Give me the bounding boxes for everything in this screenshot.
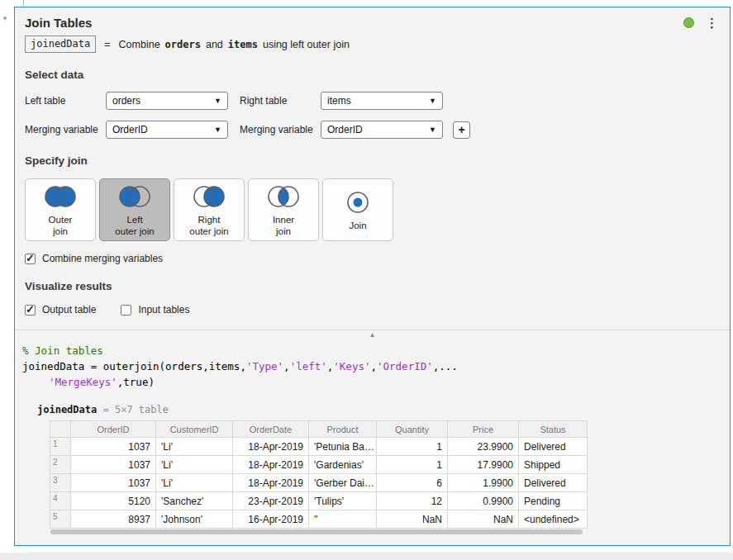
table-select-row: Left table orders ▼ Right table items ▼	[25, 92, 720, 110]
table-cell: <undefined>	[519, 510, 588, 529]
join-type-label: Right outer join	[189, 214, 228, 237]
left-merge-dropdown[interactable]: OrderID ▼	[106, 121, 228, 139]
table-cell: Pending	[519, 492, 588, 510]
editor-bottom-strip	[0, 553, 733, 560]
table-cell: 18-Apr-2019	[233, 438, 309, 456]
table-cell: 16-Apr-2019	[233, 510, 309, 529]
table-row: 11037'Li'18-Apr-2019'Petunia Ba…123.9900…	[50, 438, 588, 456]
join-type-right-outer-button[interactable]: Right outer join	[174, 178, 245, 241]
right-merge-label: Merging variable	[240, 124, 321, 135]
table-row: 58937'Johnson'16-Apr-2019''NaNNaN<undefi…	[50, 510, 588, 529]
join-type-join-button[interactable]: Join	[322, 178, 393, 241]
left-table-label: Left table	[25, 95, 106, 107]
visualize-options-row: Output table Input tables	[25, 304, 720, 316]
left-merge-value: OrderID	[112, 124, 148, 135]
table-cell: Delivered	[519, 474, 588, 492]
table-cell: 18-Apr-2019	[233, 456, 309, 474]
code-line: 'MergeKeys',true)	[22, 374, 730, 390]
table-row: 45120'Sanchez'23-Apr-2019'Tulips'120.990…	[50, 492, 588, 510]
output-table-header-row: OrderIDCustomerIDOrderDateProductQuantit…	[50, 421, 588, 438]
row-number-cell: 5	[50, 510, 71, 529]
task-summary-line: joinedData = Combine orders and items us…	[25, 36, 720, 53]
table-cell: 'Li'	[156, 456, 233, 474]
equals-sign: =	[104, 39, 110, 50]
generated-code-block: % Join tables joinedData = outerjoin(ord…	[22, 343, 730, 390]
output-table-label: Output table	[42, 304, 96, 316]
chevron-down-icon: ▼	[429, 97, 436, 105]
chevron-down-icon: ▼	[429, 126, 436, 134]
collapse-code-icon[interactable]: ▲	[369, 331, 376, 339]
table-cell: 18-Apr-2019	[233, 474, 309, 492]
visualize-results-heading: Visualize results	[25, 280, 720, 292]
select-data-heading: Select data	[25, 69, 720, 81]
overflow-menu-icon[interactable]: ⋮	[706, 17, 718, 28]
table-cell: 'Gardenias'	[309, 456, 377, 474]
table-cell: 1	[377, 438, 448, 456]
join-tables-task-panel: Join Tables ⋮ joinedData = Combine order…	[14, 7, 731, 546]
right-table-value: items	[327, 95, 351, 107]
join-type-label: Left outer join	[115, 214, 154, 237]
column-header: Product	[309, 421, 377, 438]
scrollbar-thumb[interactable]	[50, 529, 583, 534]
task-header: Join Tables ⋮	[15, 7, 730, 30]
right-table-dropdown[interactable]: items ▼	[321, 92, 443, 110]
add-merge-variable-button[interactable]: +	[453, 121, 470, 139]
right-table-label: Right table	[240, 95, 321, 107]
table-cell: 'Li'	[156, 438, 233, 456]
output-table-body: 11037'Li'18-Apr-2019'Petunia Ba…123.9900…	[50, 438, 588, 529]
table-row: 21037'Li'18-Apr-2019'Gardenias'117.9900S…	[50, 456, 588, 474]
table-cell: Shipped	[519, 456, 588, 474]
combine-merging-label: Combine merging variables	[42, 253, 163, 264]
combine-merging-checkbox[interactable]	[25, 254, 36, 264]
text-cursor	[23, 0, 24, 6]
table-cell: 'Petunia Ba…	[309, 438, 377, 456]
right-merge-dropdown[interactable]: OrderID ▼	[321, 121, 443, 139]
row-number-cell: 1	[50, 438, 71, 456]
combine-merging-row: Combine merging variables	[25, 253, 720, 264]
table-row: 31037'Li'18-Apr-2019'Gerber Dai…61.9900D…	[50, 474, 588, 492]
specify-join-heading: Specify join	[25, 154, 720, 167]
output-table-checkbox[interactable]	[25, 305, 36, 316]
outer-join-venn-icon	[39, 183, 82, 211]
table-cell: 1037	[71, 438, 156, 456]
join-type-group: Outer join Left outer join Right outer j…	[25, 178, 720, 241]
result-variable: joinedData	[37, 404, 97, 415]
section-collapse-icon[interactable]: ▼	[2, 15, 8, 22]
left-table-value: orders	[112, 95, 140, 107]
result-equals: =	[102, 404, 108, 415]
table-cell: 'Li'	[156, 474, 233, 492]
row-number-cell: 4	[50, 492, 71, 510]
join-type-left-outer-button[interactable]: Left outer join	[99, 178, 170, 241]
join-type-outer-button[interactable]: Outer join	[25, 178, 96, 241]
table-cell: 6	[377, 474, 448, 492]
column-header: CustomerID	[156, 421, 233, 438]
result-dimensions: 5×7 table	[115, 404, 169, 415]
row-number-cell: 3	[50, 474, 71, 492]
table-cell: 23-Apr-2019	[233, 492, 309, 510]
output-variable-field[interactable]: joinedData	[25, 36, 96, 53]
right-operand: items	[228, 39, 258, 50]
right-merge-value: OrderID	[327, 124, 363, 135]
column-header: OrderID	[71, 421, 156, 438]
table-cell: NaN	[448, 510, 519, 529]
row-number-cell: 2	[50, 456, 71, 474]
left-table-dropdown[interactable]: orders ▼	[106, 92, 228, 110]
table-cell: 5120	[71, 492, 156, 510]
table-cell: 17.9900	[448, 456, 519, 474]
code-line: joinedData = outerjoin(orders,items,'Typ…	[22, 358, 730, 374]
join-venn-icon	[336, 188, 379, 216]
table-horizontal-scrollbar	[50, 529, 587, 535]
table-cell: 'Johnson'	[156, 510, 233, 529]
join-type-inner-button[interactable]: Inner join	[248, 178, 319, 241]
output-table-container: OrderIDCustomerIDOrderDateProductQuantit…	[50, 420, 587, 535]
table-cell: 1.9900	[448, 474, 519, 492]
inner-join-venn-icon	[262, 183, 305, 211]
table-cell: 1037	[71, 456, 156, 474]
table-cell: 1037	[71, 474, 156, 492]
merge-variable-row: Merging variable OrderID ▼ Merging varia…	[25, 121, 720, 139]
chevron-down-icon: ▼	[214, 126, 221, 134]
input-tables-checkbox[interactable]	[121, 305, 131, 316]
column-header	[50, 421, 71, 438]
table-cell: 23.9900	[448, 438, 519, 456]
summary-text: using left outer join	[263, 39, 350, 50]
